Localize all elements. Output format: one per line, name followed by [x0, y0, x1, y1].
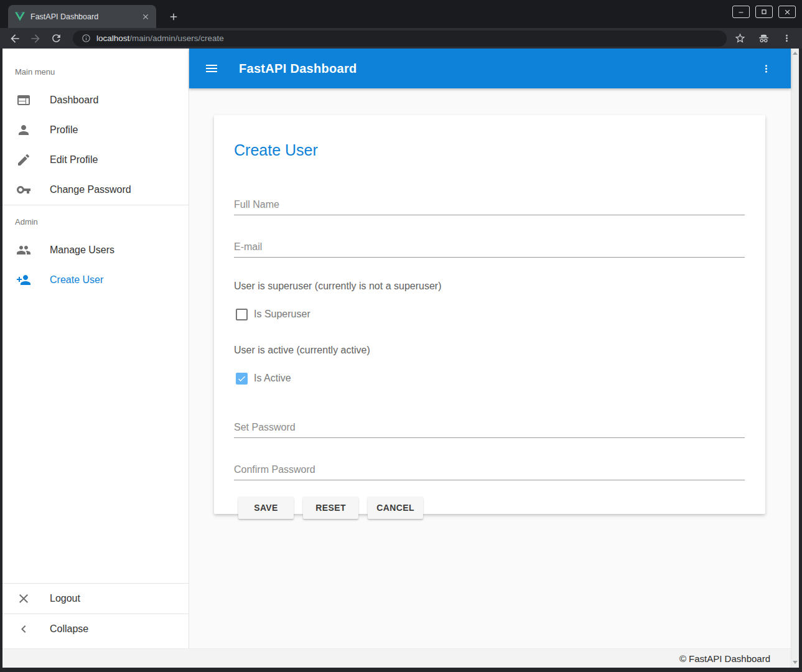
- forward-button[interactable]: [27, 30, 44, 47]
- browser-window: FastAPI Dashboard: [0, 0, 802, 672]
- key-icon: [16, 182, 31, 197]
- person-add-icon: [16, 273, 31, 287]
- is-superuser-row: Is Superuser: [236, 307, 745, 322]
- input-underline: [234, 257, 745, 258]
- chevron-left-icon: [16, 622, 31, 637]
- input-underline: [234, 215, 745, 215]
- sidebar-item-collapse[interactable]: Collapse: [2, 614, 189, 644]
- app-title: FastAPI Dashboard: [239, 62, 357, 76]
- create-user-card: Create User Full Name E-mail User is sup…: [214, 115, 765, 514]
- window-controls: [732, 6, 796, 18]
- page-title: Create User: [234, 141, 745, 159]
- sidebar-item-label: Manage Users: [50, 245, 114, 256]
- sidebar-item-edit-profile[interactable]: Edit Profile: [2, 145, 189, 175]
- vue-favicon-icon: [15, 12, 25, 21]
- confirm-password-field[interactable]: Confirm Password: [234, 464, 745, 480]
- sidebar-bottom-padding: [2, 644, 189, 648]
- close-window-button[interactable]: [778, 6, 796, 18]
- sidebar-item-profile[interactable]: Profile: [2, 115, 189, 145]
- sidebar: Main menu Dashboard Profile: [2, 49, 189, 648]
- is-active-row: Is Active: [236, 371, 745, 386]
- sidebar-item-manage-users[interactable]: Manage Users: [2, 235, 189, 265]
- sidebar-item-create-user[interactable]: Create User: [2, 265, 189, 295]
- pencil-icon: [16, 152, 31, 167]
- browser-toolbar: localhost/main/admin/users/create: [0, 28, 802, 49]
- minimize-button[interactable]: [732, 6, 750, 18]
- url-text: localhost/main/admin/users/create: [96, 34, 224, 43]
- email-label: E-mail: [234, 241, 745, 253]
- full-name-label: Full Name: [234, 199, 745, 210]
- sidebar-item-label: Collapse: [50, 623, 88, 635]
- hamburger-menu-icon[interactable]: [204, 61, 219, 76]
- footer-copyright: © FastAPI Dashboard: [679, 653, 770, 664]
- browser-titlebar: FastAPI Dashboard: [0, 0, 802, 28]
- new-tab-button[interactable]: [165, 8, 182, 26]
- tab-close-icon[interactable]: [140, 11, 151, 22]
- page-scrollbar[interactable]: [791, 49, 799, 668]
- sidebar-section-admin: Admin: [2, 205, 189, 235]
- input-underline: [234, 437, 745, 438]
- reload-button[interactable]: [47, 30, 65, 47]
- close-icon: [16, 591, 31, 606]
- app-menu-icon[interactable]: [758, 61, 773, 76]
- app-bar: FastAPI Dashboard: [189, 49, 791, 88]
- sidebar-section-main-menu: Main menu: [2, 49, 189, 85]
- page-frame: Main menu Dashboard Profile: [0, 49, 802, 672]
- set-password-field[interactable]: Set Password: [234, 422, 745, 438]
- full-name-field[interactable]: Full Name: [234, 199, 745, 215]
- form-actions: SAVE RESET CANCEL: [238, 497, 745, 519]
- tab-title: FastAPI Dashboard: [30, 12, 140, 21]
- cancel-button[interactable]: CANCEL: [368, 497, 423, 519]
- sidebar-item-label: Edit Profile: [50, 154, 98, 166]
- sidebar-item-dashboard[interactable]: Dashboard: [2, 85, 189, 115]
- sidebar-item-label: Dashboard: [50, 95, 98, 106]
- back-button[interactable]: [6, 30, 24, 47]
- superuser-hint: User is superuser (currently is not a su…: [234, 281, 745, 292]
- email-field[interactable]: E-mail: [234, 241, 745, 258]
- people-icon: [16, 243, 31, 258]
- url-host: localhost: [96, 34, 129, 43]
- sidebar-item-change-password[interactable]: Change Password: [2, 175, 189, 205]
- toolbar-right: [734, 32, 796, 45]
- footer: © FastAPI Dashboard: [2, 648, 791, 668]
- sidebar-item-logout[interactable]: Logout: [2, 584, 189, 614]
- active-hint: User is active (currently active): [234, 345, 745, 356]
- site-info-icon[interactable]: [82, 34, 91, 43]
- sidebar-item-label: Create User: [50, 274, 103, 286]
- address-bar[interactable]: localhost/main/admin/users/create: [73, 30, 727, 47]
- save-button[interactable]: SAVE: [238, 497, 294, 519]
- confirm-password-label: Confirm Password: [234, 464, 745, 475]
- maximize-button[interactable]: [755, 6, 773, 18]
- dashboard-icon: [16, 93, 31, 108]
- url-path: /main/admin/users/create: [129, 34, 224, 43]
- is-superuser-checkbox[interactable]: [236, 309, 248, 320]
- is-active-checkbox[interactable]: [236, 373, 248, 385]
- sidebar-item-label: Profile: [50, 124, 78, 136]
- scroll-up-arrow-icon[interactable]: [793, 52, 798, 55]
- is-superuser-label: Is Superuser: [254, 309, 310, 320]
- person-icon: [16, 123, 31, 138]
- is-active-label: Is Active: [254, 373, 291, 384]
- incognito-icon: [757, 32, 770, 45]
- browser-tab[interactable]: FastAPI Dashboard: [8, 5, 156, 28]
- sidebar-spacer: [2, 295, 189, 583]
- sidebar-item-label: Change Password: [50, 184, 131, 195]
- bookmark-star-icon[interactable]: [734, 32, 746, 44]
- set-password-label: Set Password: [234, 422, 745, 433]
- browser-menu-icon[interactable]: [781, 33, 792, 44]
- main-area: FastAPI Dashboard Create User Full Name: [189, 49, 791, 648]
- reset-button[interactable]: RESET: [303, 497, 358, 519]
- input-underline: [234, 480, 745, 480]
- scroll-down-arrow-icon[interactable]: [793, 661, 798, 664]
- sidebar-item-label: Logout: [50, 593, 80, 604]
